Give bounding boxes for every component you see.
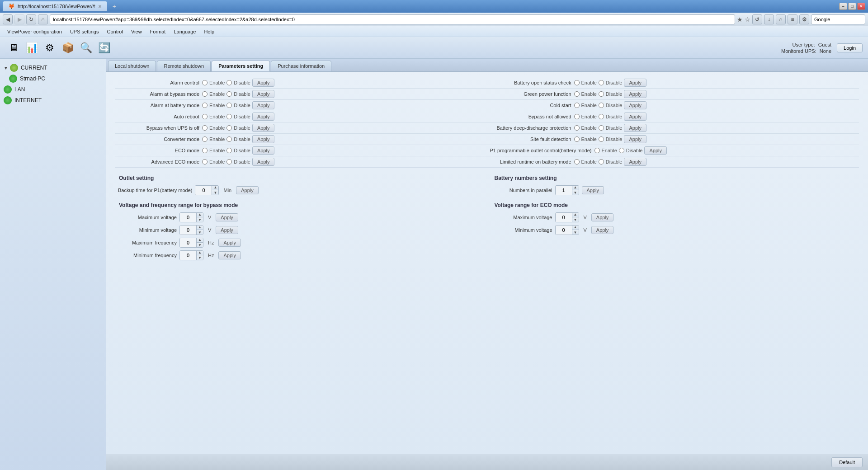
menu-button[interactable]: ⚙ (799, 14, 809, 24)
tab-remote-shutdown[interactable]: Remote shutdown (157, 61, 211, 71)
close-button[interactable]: ✕ (857, 3, 865, 10)
parallel-spinbox[interactable]: ▲ ▼ (555, 185, 579, 195)
parallel-input[interactable] (556, 186, 572, 195)
tab-parameters-setting[interactable]: Parameters setting (212, 61, 270, 71)
radio-alarm-bypass-disable[interactable] (226, 91, 232, 97)
bypass-min-freq-input[interactable] (180, 251, 196, 260)
new-tab-button[interactable]: + (110, 2, 119, 11)
bypass-min-freq-spinbox[interactable]: ▲ ▼ (179, 250, 203, 260)
radio-limited-runtime-disable[interactable] (599, 159, 604, 164)
restore-button[interactable]: □ (848, 3, 856, 10)
radio-battery-open-enable[interactable] (574, 80, 580, 85)
bypass-max-voltage-spinbox[interactable]: ▲ ▼ (179, 212, 203, 222)
apply-btn-auto-reboot[interactable]: Apply (252, 113, 275, 121)
eco-min-voltage-input[interactable] (556, 226, 572, 235)
menu-ups-settings[interactable]: UPS settings (66, 28, 103, 35)
bypass-max-voltage-input[interactable] (180, 213, 196, 222)
apply-btn-green-power[interactable]: Apply (624, 90, 646, 98)
radio-alarm-battery-enable[interactable] (202, 103, 208, 108)
menu-view[interactable]: View (127, 28, 146, 35)
menu-viewpower-config[interactable]: ViewPower configuration (4, 28, 66, 35)
eco-min-voltage-up[interactable]: ▲ (572, 225, 579, 230)
refresh-toolbar-icon[interactable]: 🔄 (96, 40, 112, 56)
apply-btn-eco-min-voltage[interactable]: Apply (591, 226, 614, 234)
eco-max-voltage-spinbox[interactable]: ▲ ▼ (555, 212, 579, 222)
radio-site-fault-enable[interactable] (574, 136, 580, 142)
radio-p1-programmable-disable[interactable] (619, 148, 624, 153)
backup-time-input[interactable] (195, 186, 212, 195)
sidebar-item-internet[interactable]: INTERNET (0, 95, 106, 106)
radio-green-power-disable[interactable] (599, 91, 604, 97)
radio-p1-programmable-enable[interactable] (594, 148, 600, 153)
minimize-button[interactable]: – (839, 3, 847, 10)
apply-btn-alarm-bypass[interactable]: Apply (252, 90, 275, 98)
apply-btn-bypass-ups-off[interactable]: Apply (252, 124, 275, 132)
search-toolbar-icon[interactable]: 🔍 (78, 40, 94, 56)
sidebar-item-strnad-pc[interactable]: Strnad-PC (0, 73, 106, 84)
radio-eco-mode-disable[interactable] (226, 148, 232, 153)
bypass-min-voltage-input[interactable] (180, 226, 196, 235)
apply-btn-eco-max-voltage[interactable]: Apply (591, 213, 614, 221)
bypass-max-voltage-up[interactable]: ▲ (197, 212, 203, 217)
menu-help[interactable]: Help (200, 28, 218, 35)
default-button[interactable]: Default (831, 457, 863, 467)
back-button[interactable]: ◀ (3, 14, 13, 24)
parallel-up[interactable]: ▲ (572, 185, 579, 190)
bypass-min-freq-up[interactable]: ▲ (197, 250, 203, 255)
tools-button[interactable]: ≡ (788, 14, 797, 24)
bypass-min-voltage-up[interactable]: ▲ (197, 225, 203, 230)
backup-time-up[interactable]: ▲ (212, 185, 218, 190)
radio-alarm-control-disable[interactable] (226, 80, 232, 85)
apply-btn-cold-start[interactable]: Apply (624, 101, 646, 109)
tab-purchase-information[interactable]: Purchase information (271, 61, 331, 71)
radio-battery-deep-enable[interactable] (574, 125, 580, 131)
backup-time-down[interactable]: ▼ (212, 190, 218, 195)
sidebar-item-current[interactable]: ▼ CURRENT (0, 62, 106, 73)
menu-control[interactable]: Control (103, 28, 126, 35)
bypass-max-freq-down[interactable]: ▼ (197, 243, 203, 248)
radio-bypass-not-allowed-enable[interactable] (574, 114, 580, 119)
radio-battery-open-disable[interactable] (599, 80, 604, 85)
apply-btn-backup-time[interactable]: Apply (236, 186, 259, 194)
radio-alarm-control-enable[interactable] (202, 80, 208, 85)
bypass-max-freq-up[interactable]: ▲ (197, 238, 203, 243)
apply-btn-battery-deep[interactable]: Apply (624, 124, 646, 132)
radio-advanced-eco-disable[interactable] (226, 159, 232, 164)
eco-min-voltage-spinbox[interactable]: ▲ ▼ (555, 225, 579, 235)
apply-btn-p1-programmable[interactable]: Apply (644, 146, 667, 155)
backup-time-spinbox[interactable]: ▲ ▼ (195, 185, 219, 195)
radio-advanced-eco-enable[interactable] (202, 159, 208, 164)
home-button[interactable]: ⌂ (38, 14, 48, 24)
radio-limited-runtime-enable[interactable] (574, 159, 580, 164)
apply-btn-bypass-min-voltage[interactable]: Apply (216, 226, 238, 234)
download-button[interactable]: ↓ (764, 14, 774, 24)
radio-bypass-not-allowed-disable[interactable] (599, 114, 604, 119)
radio-bypass-ups-off-enable[interactable] (202, 125, 208, 131)
apply-btn-bypass-min-freq[interactable]: Apply (218, 251, 241, 259)
bypass-max-voltage-down[interactable]: ▼ (197, 217, 203, 222)
reload-button[interactable]: ↻ (26, 14, 36, 24)
radio-site-fault-disable[interactable] (599, 136, 604, 142)
eco-max-voltage-input[interactable] (556, 213, 572, 222)
refresh-button[interactable]: ↺ (752, 14, 762, 24)
monitor-toolbar-icon[interactable]: 🖥 (5, 40, 22, 56)
apply-btn-alarm-battery[interactable]: Apply (252, 101, 275, 109)
apply-btn-bypass-max-freq[interactable]: Apply (218, 239, 241, 247)
radio-converter-mode-disable[interactable] (226, 136, 232, 142)
radio-bypass-ups-off-disable[interactable] (226, 125, 232, 131)
radio-eco-mode-enable[interactable] (202, 148, 208, 153)
search-input[interactable] (811, 14, 865, 24)
login-button[interactable]: Login (837, 43, 863, 52)
eco-max-voltage-up[interactable]: ▲ (572, 212, 579, 217)
bookmarks-button[interactable]: ⌂ (776, 14, 786, 24)
bypass-max-freq-input[interactable] (180, 238, 196, 247)
apply-btn-limited-runtime[interactable]: Apply (624, 158, 646, 166)
parallel-down[interactable]: ▼ (572, 190, 579, 195)
chart-toolbar-icon[interactable]: 📊 (24, 40, 40, 56)
forward-button[interactable]: ▶ (14, 14, 24, 24)
radio-converter-mode-enable[interactable] (202, 136, 208, 142)
apply-btn-bypass-max-voltage[interactable]: Apply (216, 213, 238, 221)
eco-min-voltage-down[interactable]: ▼ (572, 230, 579, 235)
sidebar-item-lan[interactable]: LAN (0, 84, 106, 95)
tab-local-shutdown[interactable]: Local shutdown (108, 61, 156, 71)
